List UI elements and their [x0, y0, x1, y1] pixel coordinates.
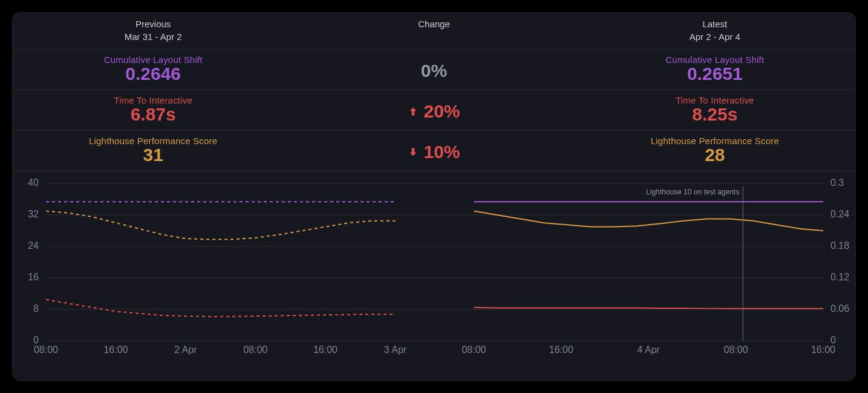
header-change-title: Change: [293, 19, 574, 29]
comparison-chart: 081624324000.060.120.180.240.308:0016:00…: [13, 171, 855, 365]
chart-svg: 081624324000.060.120.180.240.308:0016:00…: [13, 171, 856, 365]
header-change: Change: [293, 13, 574, 49]
svg-text:Lighthouse 10 on test agents: Lighthouse 10 on test agents: [646, 188, 739, 196]
metric-lh-change-value: 10%: [408, 142, 460, 162]
svg-text:0: 0: [33, 335, 39, 345]
svg-text:08:00: 08:00: [462, 345, 486, 355]
svg-text:08:00: 08:00: [724, 345, 748, 355]
metric-lh-latest: Lighthouse Performance Score 28: [575, 131, 855, 171]
metric-row-lighthouse: Lighthouse Performance Score 31 10% Ligh…: [13, 131, 855, 171]
metric-lh-previous-value: 31: [13, 145, 293, 165]
metric-lh-change-text: 10%: [423, 142, 460, 162]
metric-cls-previous: Cumulative Layout Shift 0.2646: [13, 50, 293, 90]
header-previous-title: Previous: [13, 19, 293, 29]
svg-text:24: 24: [28, 240, 39, 251]
svg-text:08:00: 08:00: [243, 345, 267, 355]
header-latest-range: Apr 2 - Apr 4: [575, 31, 855, 42]
metric-row-tti: Time To Interactive 6.87s 20% Time To In…: [13, 90, 855, 131]
metric-tti-change-value: 20%: [408, 101, 460, 121]
svg-text:0.24: 0.24: [830, 209, 849, 219]
svg-text:40: 40: [28, 177, 39, 188]
svg-text:0.12: 0.12: [830, 272, 849, 282]
metric-tti-previous-value: 6.87s: [13, 104, 293, 124]
header-latest-title: Latest: [575, 19, 855, 29]
metric-cls-latest-value: 0.2651: [575, 64, 855, 84]
svg-text:16:00: 16:00: [811, 345, 835, 355]
header-latest: Latest Apr 2 - Apr 4: [575, 13, 855, 49]
svg-text:2 Apr: 2 Apr: [174, 345, 197, 355]
arrow-up-icon: [408, 106, 419, 117]
metric-lh-change: 10%: [293, 131, 574, 171]
metric-tti-change: 20%: [293, 90, 574, 130]
svg-text:4 Apr: 4 Apr: [638, 345, 661, 355]
metric-lh-previous: Lighthouse Performance Score 31: [13, 131, 293, 171]
svg-text:0.3: 0.3: [830, 177, 844, 188]
header-row: Previous Mar 31 - Apr 2 Change Latest Ap…: [13, 13, 855, 50]
svg-text:8: 8: [33, 303, 39, 314]
perf-comparison-card: Previous Mar 31 - Apr 2 Change Latest Ap…: [12, 12, 856, 381]
metric-cls-latest: Cumulative Layout Shift 0.2651: [575, 50, 855, 90]
svg-text:16:00: 16:00: [313, 345, 338, 355]
metric-tti-previous: Time To Interactive 6.87s: [13, 90, 293, 130]
metric-tti-latest-value: 8.25s: [575, 104, 855, 124]
metric-lh-latest-value: 28: [575, 145, 855, 165]
svg-text:16:00: 16:00: [549, 345, 573, 355]
metric-row-cls: Cumulative Layout Shift 0.2646 0% Cumula…: [13, 50, 855, 90]
svg-text:0.18: 0.18: [830, 240, 849, 251]
header-previous-range: Mar 31 - Apr 2: [13, 31, 293, 42]
svg-text:32: 32: [28, 209, 39, 219]
metric-tti-change-text: 20%: [423, 101, 460, 121]
metric-cls-change: 0%: [293, 50, 574, 90]
svg-text:0.06: 0.06: [830, 303, 849, 314]
metric-tti-latest: Time To Interactive 8.25s: [575, 90, 855, 130]
svg-text:3 Apr: 3 Apr: [384, 345, 407, 355]
metric-cls-previous-value: 0.2646: [13, 64, 293, 84]
metric-cls-change-value: 0%: [421, 61, 447, 81]
svg-text:08:00: 08:00: [34, 345, 58, 355]
arrow-down-icon: [408, 147, 419, 157]
svg-text:16: 16: [28, 272, 39, 282]
header-previous: Previous Mar 31 - Apr 2: [13, 13, 293, 49]
svg-text:0: 0: [830, 335, 836, 345]
svg-text:16:00: 16:00: [103, 345, 128, 355]
